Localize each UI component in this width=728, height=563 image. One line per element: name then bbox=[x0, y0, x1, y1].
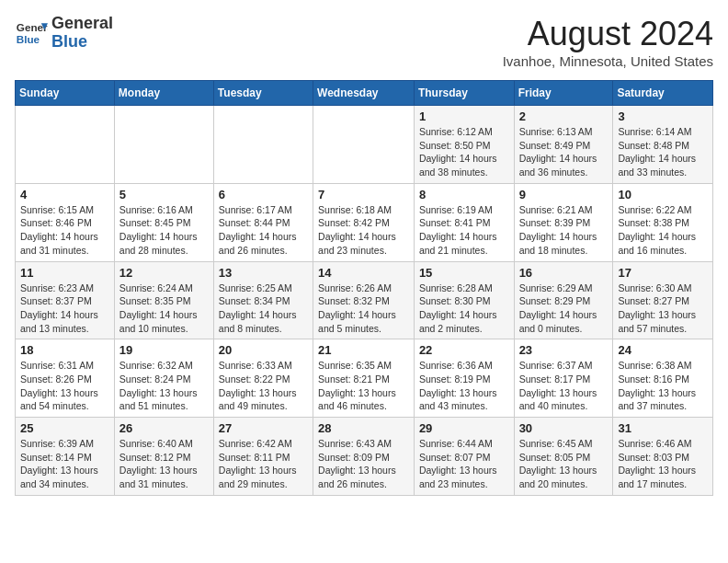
day-info: Sunrise: 6:37 AM Sunset: 8:17 PM Dayligh… bbox=[519, 359, 609, 413]
title-area: August 2024 Ivanhoe, Minnesota, United S… bbox=[503, 15, 713, 69]
day-info: Sunrise: 6:36 AM Sunset: 8:19 PM Dayligh… bbox=[419, 359, 509, 413]
day-number: 12 bbox=[119, 266, 209, 280]
calendar-cell: 19Sunrise: 6:32 AM Sunset: 8:24 PM Dayli… bbox=[114, 339, 213, 418]
logo-blue-text: Blue bbox=[51, 33, 113, 52]
day-number: 18 bbox=[20, 343, 109, 357]
svg-text:Blue: Blue bbox=[17, 33, 40, 45]
weekday-header-thursday: Thursday bbox=[414, 81, 514, 106]
day-info: Sunrise: 6:13 AM Sunset: 8:49 PM Dayligh… bbox=[519, 125, 609, 179]
day-info: Sunrise: 6:31 AM Sunset: 8:26 PM Dayligh… bbox=[20, 359, 109, 413]
day-info: Sunrise: 6:46 AM Sunset: 8:03 PM Dayligh… bbox=[618, 437, 708, 491]
day-info: Sunrise: 6:16 AM Sunset: 8:45 PM Dayligh… bbox=[119, 203, 209, 258]
calendar-cell: 29Sunrise: 6:44 AM Sunset: 8:07 PM Dayli… bbox=[414, 418, 514, 496]
calendar-cell: 26Sunrise: 6:40 AM Sunset: 8:12 PM Dayli… bbox=[114, 418, 213, 496]
day-number: 10 bbox=[618, 188, 708, 201]
day-info: Sunrise: 6:43 AM Sunset: 8:09 PM Dayligh… bbox=[318, 437, 409, 491]
logo-general-text: General bbox=[51, 15, 113, 33]
calendar-cell: 7Sunrise: 6:18 AM Sunset: 8:42 PM Daylig… bbox=[313, 183, 415, 261]
week-row-1: 1Sunrise: 6:12 AM Sunset: 8:50 PM Daylig… bbox=[16, 106, 713, 184]
day-number: 30 bbox=[519, 421, 609, 435]
day-info: Sunrise: 6:15 AM Sunset: 8:46 PM Dayligh… bbox=[20, 203, 109, 258]
week-row-2: 4Sunrise: 6:15 AM Sunset: 8:46 PM Daylig… bbox=[16, 183, 713, 261]
calendar-cell: 6Sunrise: 6:17 AM Sunset: 8:44 PM Daylig… bbox=[213, 183, 313, 261]
weekday-header-friday: Friday bbox=[514, 81, 613, 106]
week-row-5: 25Sunrise: 6:39 AM Sunset: 8:14 PM Dayli… bbox=[16, 418, 713, 496]
day-info: Sunrise: 6:39 AM Sunset: 8:14 PM Dayligh… bbox=[20, 437, 109, 491]
header: General Blue General Blue August 2024 Iv… bbox=[15, 15, 713, 69]
calendar-cell: 17Sunrise: 6:30 AM Sunset: 8:27 PM Dayli… bbox=[613, 261, 713, 339]
day-info: Sunrise: 6:38 AM Sunset: 8:16 PM Dayligh… bbox=[618, 359, 708, 413]
day-info: Sunrise: 6:19 AM Sunset: 8:41 PM Dayligh… bbox=[419, 203, 509, 258]
calendar-cell: 24Sunrise: 6:38 AM Sunset: 8:16 PM Dayli… bbox=[613, 339, 713, 418]
calendar-cell bbox=[114, 106, 213, 184]
day-number: 14 bbox=[318, 266, 409, 280]
weekday-header-sunday: Sunday bbox=[16, 81, 115, 106]
day-number: 13 bbox=[219, 266, 308, 280]
calendar-cell: 9Sunrise: 6:21 AM Sunset: 8:39 PM Daylig… bbox=[514, 183, 613, 261]
calendar-cell: 22Sunrise: 6:36 AM Sunset: 8:19 PM Dayli… bbox=[414, 339, 514, 418]
day-number: 8 bbox=[419, 188, 509, 201]
weekday-header-wednesday: Wednesday bbox=[313, 81, 415, 106]
calendar-table: SundayMondayTuesdayWednesdayThursdayFrid… bbox=[15, 80, 713, 496]
day-number: 25 bbox=[20, 421, 109, 435]
day-info: Sunrise: 6:40 AM Sunset: 8:12 PM Dayligh… bbox=[119, 437, 209, 491]
calendar-cell: 28Sunrise: 6:43 AM Sunset: 8:09 PM Dayli… bbox=[313, 418, 415, 496]
calendar-cell: 16Sunrise: 6:29 AM Sunset: 8:29 PM Dayli… bbox=[514, 261, 613, 339]
week-row-3: 11Sunrise: 6:23 AM Sunset: 8:37 PM Dayli… bbox=[16, 261, 713, 339]
day-number: 11 bbox=[20, 266, 109, 280]
calendar-cell: 21Sunrise: 6:35 AM Sunset: 8:21 PM Dayli… bbox=[313, 339, 415, 418]
calendar-cell: 14Sunrise: 6:26 AM Sunset: 8:32 PM Dayli… bbox=[313, 261, 415, 339]
day-number: 29 bbox=[419, 421, 509, 435]
day-info: Sunrise: 6:33 AM Sunset: 8:22 PM Dayligh… bbox=[219, 359, 308, 413]
day-info: Sunrise: 6:24 AM Sunset: 8:35 PM Dayligh… bbox=[119, 282, 209, 336]
calendar-cell: 3Sunrise: 6:14 AM Sunset: 8:48 PM Daylig… bbox=[613, 106, 713, 184]
day-number: 21 bbox=[318, 343, 409, 357]
svg-text:General: General bbox=[17, 21, 48, 33]
day-number: 2 bbox=[519, 109, 609, 123]
day-info: Sunrise: 6:21 AM Sunset: 8:39 PM Dayligh… bbox=[519, 203, 609, 258]
day-number: 19 bbox=[119, 343, 209, 357]
day-number: 9 bbox=[519, 188, 609, 201]
calendar-title: August 2024 bbox=[503, 15, 713, 53]
day-number: 23 bbox=[519, 343, 609, 357]
day-number: 28 bbox=[318, 421, 409, 435]
week-row-4: 18Sunrise: 6:31 AM Sunset: 8:26 PM Dayli… bbox=[16, 339, 713, 418]
calendar-cell: 5Sunrise: 6:16 AM Sunset: 8:45 PM Daylig… bbox=[114, 183, 213, 261]
calendar-cell: 23Sunrise: 6:37 AM Sunset: 8:17 PM Dayli… bbox=[514, 339, 613, 418]
day-number: 1 bbox=[419, 109, 509, 123]
calendar-cell: 10Sunrise: 6:22 AM Sunset: 8:38 PM Dayli… bbox=[613, 183, 713, 261]
day-info: Sunrise: 6:26 AM Sunset: 8:32 PM Dayligh… bbox=[318, 282, 409, 336]
day-number: 16 bbox=[519, 266, 609, 280]
day-info: Sunrise: 6:28 AM Sunset: 8:30 PM Dayligh… bbox=[419, 282, 509, 336]
day-number: 31 bbox=[618, 421, 708, 435]
day-info: Sunrise: 6:32 AM Sunset: 8:24 PM Dayligh… bbox=[119, 359, 209, 413]
calendar-subtitle: Ivanhoe, Minnesota, United States bbox=[503, 53, 713, 69]
calendar-cell: 18Sunrise: 6:31 AM Sunset: 8:26 PM Dayli… bbox=[16, 339, 115, 418]
calendar-cell: 27Sunrise: 6:42 AM Sunset: 8:11 PM Dayli… bbox=[213, 418, 313, 496]
day-number: 22 bbox=[419, 343, 509, 357]
day-number: 17 bbox=[618, 266, 708, 280]
logo-icon: General Blue bbox=[15, 17, 48, 50]
day-info: Sunrise: 6:14 AM Sunset: 8:48 PM Dayligh… bbox=[618, 125, 708, 179]
day-info: Sunrise: 6:45 AM Sunset: 8:05 PM Dayligh… bbox=[519, 437, 609, 491]
day-info: Sunrise: 6:30 AM Sunset: 8:27 PM Dayligh… bbox=[618, 282, 708, 336]
day-info: Sunrise: 6:25 AM Sunset: 8:34 PM Dayligh… bbox=[219, 282, 308, 336]
day-number: 27 bbox=[219, 421, 308, 435]
calendar-cell: 4Sunrise: 6:15 AM Sunset: 8:46 PM Daylig… bbox=[16, 183, 115, 261]
day-info: Sunrise: 6:18 AM Sunset: 8:42 PM Dayligh… bbox=[318, 203, 409, 258]
day-info: Sunrise: 6:44 AM Sunset: 8:07 PM Dayligh… bbox=[419, 437, 509, 491]
calendar-cell bbox=[16, 106, 115, 184]
weekday-header-row: SundayMondayTuesdayWednesdayThursdayFrid… bbox=[16, 81, 713, 106]
calendar-cell: 31Sunrise: 6:46 AM Sunset: 8:03 PM Dayli… bbox=[613, 418, 713, 496]
day-info: Sunrise: 6:29 AM Sunset: 8:29 PM Dayligh… bbox=[519, 282, 609, 336]
calendar-cell: 2Sunrise: 6:13 AM Sunset: 8:49 PM Daylig… bbox=[514, 106, 613, 184]
day-info: Sunrise: 6:17 AM Sunset: 8:44 PM Dayligh… bbox=[219, 203, 308, 258]
day-info: Sunrise: 6:42 AM Sunset: 8:11 PM Dayligh… bbox=[219, 437, 308, 491]
day-number: 4 bbox=[20, 188, 109, 201]
day-info: Sunrise: 6:12 AM Sunset: 8:50 PM Dayligh… bbox=[419, 125, 509, 179]
day-number: 15 bbox=[419, 266, 509, 280]
logo: General Blue General Blue bbox=[15, 15, 113, 52]
day-number: 7 bbox=[318, 188, 409, 201]
day-number: 5 bbox=[119, 188, 209, 201]
day-number: 3 bbox=[618, 109, 708, 123]
